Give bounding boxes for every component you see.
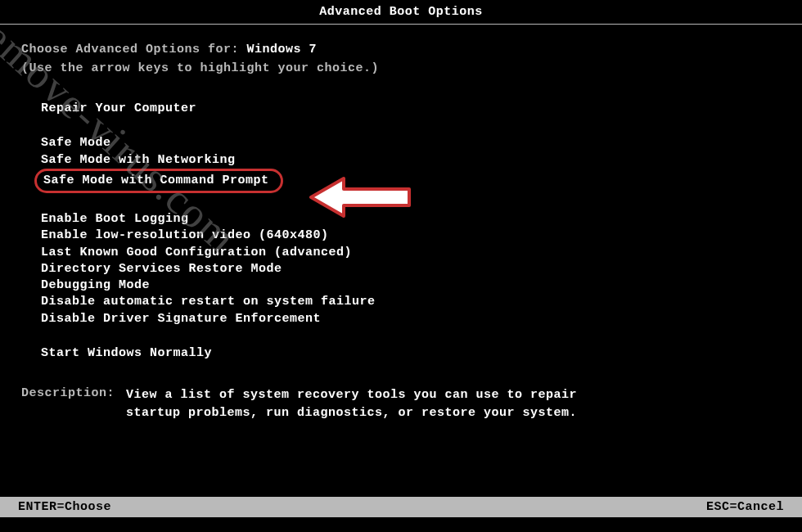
os-name: Windows 7 bbox=[247, 43, 318, 56]
menu-directory-services-restore[interactable]: Directory Services Restore Mode bbox=[41, 261, 282, 277]
arrow-annotation-icon bbox=[307, 174, 413, 220]
menu-safe-mode-command-prompt[interactable]: Safe Mode with Command Prompt bbox=[43, 173, 269, 189]
footer-esc: ESC=Cancel bbox=[706, 500, 784, 514]
description-block: Description: View a list of system recov… bbox=[21, 386, 781, 422]
menu-safe-mode[interactable]: Safe Mode bbox=[41, 135, 111, 151]
page-title: Advanced Boot Options bbox=[319, 5, 483, 19]
prompt-section: Choose Advanced Options for: Windows 7 (… bbox=[21, 41, 781, 78]
menu-enable-boot-logging[interactable]: Enable Boot Logging bbox=[41, 211, 189, 228]
menu-disable-auto-restart[interactable]: Disable automatic restart on system fail… bbox=[41, 294, 376, 310]
highlighted-option: Safe Mode with Command Prompt bbox=[34, 169, 283, 193]
menu-start-normally[interactable]: Start Windows Normally bbox=[41, 345, 212, 362]
prompt-label: Choose Advanced Options for: bbox=[21, 43, 239, 56]
description-text: View a list of system recovery tools you… bbox=[126, 386, 584, 422]
description-label: Description: bbox=[21, 386, 115, 422]
menu-repair-computer[interactable]: Repair Your Computer bbox=[41, 101, 196, 117]
footer-bar: ENTER=Choose ESC=Cancel bbox=[0, 497, 802, 517]
footer-enter: ENTER=Choose bbox=[18, 500, 111, 514]
menu-section: Repair Your Computer Safe Mode Safe Mode… bbox=[21, 101, 781, 362]
menu-debugging-mode[interactable]: Debugging Mode bbox=[41, 277, 150, 294]
menu-safe-mode-networking[interactable]: Safe Mode with Networking bbox=[41, 152, 236, 169]
menu-disable-driver-sig[interactable]: Disable Driver Signature Enforcement bbox=[41, 311, 321, 327]
menu-last-known-good[interactable]: Last Known Good Configuration (advanced) bbox=[41, 245, 352, 261]
title-bar: Advanced Boot Options bbox=[0, 0, 802, 25]
menu-low-res-video[interactable]: Enable low-resolution video (640x480) bbox=[41, 228, 329, 244]
prompt-hint: (Use the arrow keys to highlight your ch… bbox=[21, 60, 781, 79]
content-area: Choose Advanced Options for: Windows 7 (… bbox=[0, 25, 802, 422]
